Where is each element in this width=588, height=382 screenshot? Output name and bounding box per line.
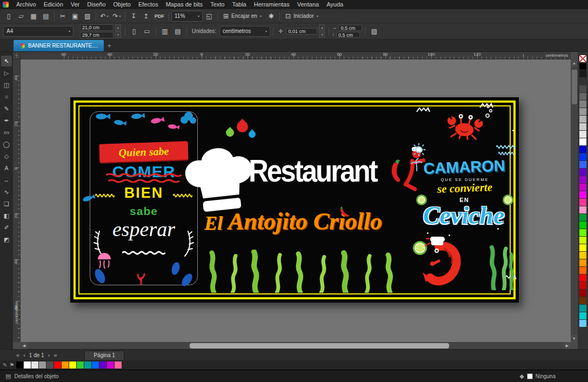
color-swatch[interactable] [62,361,69,368]
print-icon[interactable]: ▤ [40,10,52,22]
menu-item-ver[interactable]: Ver [67,0,84,9]
camaron-title-text[interactable]: CAMARON [413,157,516,177]
import-icon[interactable]: ↧ [128,10,139,22]
se-convierte-text[interactable]: se convierte [416,180,514,197]
ruler-origin[interactable]: ┼ [13,52,21,59]
new-document-icon[interactable]: ▯ [3,10,15,22]
menu-item-ayuda[interactable]: Ayuda [323,0,347,9]
color-swatch[interactable] [579,78,586,85]
menu-item-ventana[interactable]: Ventana [293,0,323,9]
color-swatch[interactable] [92,361,99,368]
color-swatch[interactable] [107,361,114,368]
shape-tool[interactable]: ▷ [1,68,12,78]
scroll-right-icon[interactable]: ▶ [564,342,571,349]
color-swatch[interactable] [579,131,586,138]
color-swatch[interactable] [579,63,586,70]
crop-tool[interactable]: ◫ [1,79,12,90]
color-swatch[interactable] [84,361,91,368]
copy-icon[interactable]: ▣ [69,10,81,22]
color-swatch[interactable] [579,214,586,221]
color-swatch[interactable] [579,290,586,297]
duplicate-x-input[interactable]: 0,5 cm [338,25,362,31]
menu-item-herramientas[interactable]: Herramientas [250,0,293,9]
color-swatch[interactable] [39,361,46,368]
units-select[interactable]: centímetros ▾ [219,26,270,37]
seaweed-graphic[interactable] [487,239,516,290]
color-swatch[interactable] [579,259,586,266]
color-swatch[interactable] [99,361,106,368]
blue-coral-graphic[interactable] [179,111,197,124]
redo-button[interactable]: ↷ ▾ [111,10,123,22]
spin-up-icon[interactable]: ▴ [319,24,325,31]
ceviche-title-text[interactable]: Ceviche [410,201,518,230]
restaurant-title-text[interactable]: Restaurant [249,155,377,187]
last-page-icon[interactable]: » [54,352,57,358]
color-swatch[interactable] [579,85,586,92]
landscape-orientation-icon[interactable]: ▭ [141,25,153,37]
color-swatch[interactable] [579,176,586,183]
color-swatch[interactable] [579,100,586,108]
color-swatch[interactable] [115,361,122,368]
left-word-esperar[interactable]: esperar [90,217,198,241]
color-swatch[interactable] [54,361,61,368]
transparency-tool[interactable]: ◧ [1,210,12,221]
snap-to-select[interactable]: ⊞ Encajar en ▾ [220,10,265,22]
banner-artwork[interactable]: Quien sabe COMER BIEN sabe esperar [70,97,519,303]
color-swatch[interactable] [69,361,76,368]
color-swatch[interactable] [579,169,586,176]
all-pages-icon[interactable]: ▥ [159,25,171,37]
save-icon[interactable]: ▦ [28,10,39,22]
color-swatch[interactable] [579,123,586,130]
treat-as-filled-icon[interactable]: ▨ [368,25,380,37]
color-swatch[interactable] [579,93,586,100]
interactive-fill-tool[interactable]: ◩ [1,234,12,245]
shrimp-chef-graphic[interactable] [420,237,466,291]
color-swatch[interactable] [579,70,586,77]
color-swatch[interactable] [579,305,586,312]
horizontal-scrollbar[interactable]: ◀ ▶ [21,342,571,349]
color-swatch[interactable] [46,361,54,368]
full-screen-preview-icon[interactable]: ◱ [203,10,215,22]
menu-item-efectos[interactable]: Efectos [135,0,162,9]
page-size-select[interactable]: A4 ▾ [3,26,74,37]
zoom-level-select[interactable]: 11% ▾ [171,11,203,22]
undo-button[interactable]: ↶ ▾ [98,10,110,22]
open-icon[interactable]: ▱ [15,10,27,22]
red-coral-graphic[interactable] [134,272,148,285]
document-tab[interactable]: BANNER RESTAURANTE.... [14,40,104,51]
first-page-icon[interactable]: « [16,352,19,358]
duplicate-y-input[interactable]: 0,5 cm [336,32,360,38]
color-swatch[interactable] [579,320,586,327]
ellipse-tool[interactable]: ◯ [1,139,12,150]
vertical-scrollbar[interactable]: ▲ ▼ [571,59,578,342]
horizontal-ruler[interactable]: centímetros 604020020406080100120 [21,52,571,59]
vertical-scrollbar-thumb[interactable] [572,70,577,104]
flag-icon[interactable]: ⚑ [9,362,14,368]
scroll-down-icon[interactable]: ▼ [571,335,578,342]
nudge-distance-input[interactable]: 0,01 cm [286,28,317,35]
pick-tool[interactable]: ↖ [1,56,12,66]
parallel-dimension-tool[interactable]: ↔ [1,175,12,185]
color-swatch[interactable] [579,184,586,191]
blue-fish-graphic[interactable] [95,113,110,119]
color-swatch[interactable] [579,199,586,206]
color-swatch[interactable] [579,297,586,304]
artistic-media-tool[interactable]: ✒ [1,115,12,126]
color-swatch[interactable] [31,361,38,368]
subtitle-article-text[interactable]: El [204,212,223,234]
freehand-tool[interactable]: ✎ [1,103,12,114]
publish-pdf-button[interactable]: PDF [152,10,166,22]
menu-item-diseno[interactable]: Diseño [83,0,109,9]
vertical-ruler[interactable]: centímetros 40200204060 [13,59,21,342]
color-swatch[interactable] [579,146,586,153]
crab-graphic[interactable] [443,108,487,144]
color-swatch[interactable] [579,267,586,274]
text-tool[interactable]: A [1,163,12,173]
spin-down-icon[interactable]: ▾ [319,31,325,38]
page-tab[interactable]: Página 1 [84,351,124,360]
color-swatch[interactable] [579,244,586,251]
menu-item-objeto[interactable]: Objeto [110,0,135,9]
horizontal-scrollbar-thumb[interactable] [190,343,449,349]
zoom-tool[interactable]: ○ [1,91,12,102]
color-swatch[interactable] [579,237,586,244]
